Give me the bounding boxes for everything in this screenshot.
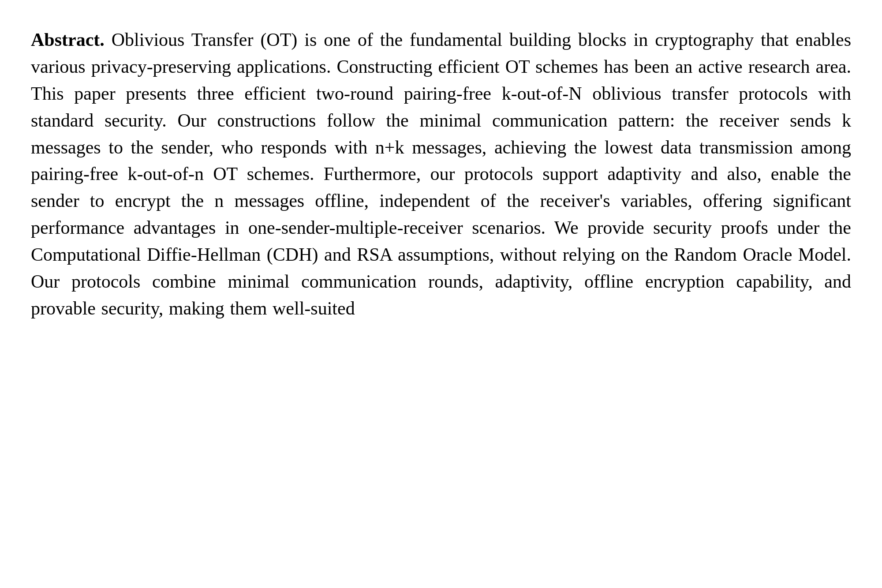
abstract-section: Abstract. Oblivious Transfer (OT) is one… [0, 0, 882, 348]
abstract-paragraph: Abstract. Oblivious Transfer (OT) is one… [31, 26, 851, 322]
abstract-label: Abstract. [31, 30, 105, 50]
abstract-body: Oblivious Transfer (OT) is one of the fu… [31, 30, 851, 318]
